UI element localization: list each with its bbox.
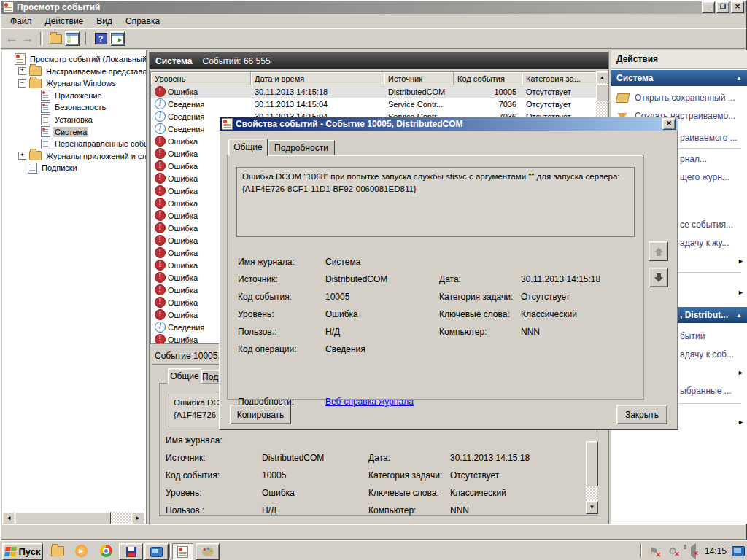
collapse-icon[interactable]: ▲ — [736, 312, 742, 319]
preview-field-label: Ключевые слова: — [368, 487, 439, 499]
tree-item-label: Перенаправленные событ — [53, 139, 146, 149]
event-level-text: Ошибка — [168, 224, 198, 233]
info-level-icon: i — [155, 123, 166, 134]
restore-button[interactable]: ❐ — [716, 1, 729, 13]
action-item[interactable]: Открыть сохраненный ... — [611, 90, 744, 105]
error-level-icon: ! — [155, 173, 166, 184]
menu-1[interactable]: Действие — [39, 15, 90, 28]
folder-icon — [29, 151, 42, 160]
tree-expander-icon[interactable]: + — [18, 67, 26, 75]
collapse-icon[interactable]: ▲ — [736, 75, 742, 82]
export-log-icon[interactable] — [49, 32, 62, 45]
column-header[interactable]: Дата и время — [251, 72, 384, 85]
tray-flag-alert-icon[interactable]: ⚑✕ — [646, 543, 661, 559]
log-icon — [41, 102, 50, 113]
tree-expander-icon[interactable]: + — [18, 152, 26, 160]
tree-item[interactable]: Приложение — [31, 90, 104, 101]
column-header[interactable]: Категория за... — [522, 72, 597, 85]
event-source-cell: Service Contr... — [384, 100, 454, 109]
menu-3[interactable]: Справка — [119, 15, 166, 28]
events-header-bar: Система Событий: 66 555 — [150, 52, 608, 69]
folder-icon — [29, 66, 42, 76]
event-log-online-help-link[interactable]: Веб-справка журнала — [325, 396, 414, 408]
tree-item[interactable]: Подписки — [18, 162, 79, 174]
dialog-tab-general[interactable]: Общие — [228, 139, 268, 156]
explorer-icon[interactable] — [50, 543, 66, 559]
help-icon[interactable]: ? — [94, 32, 107, 45]
preview-scroll-down-icon[interactable]: ▼ — [586, 501, 598, 514]
preview-scroll-thumb[interactable] — [586, 441, 598, 486]
info-level-icon: i — [155, 111, 166, 122]
tree-item[interactable]: +Журналы приложений и служ — [18, 150, 146, 162]
menu-2[interactable]: Вид — [90, 15, 119, 28]
dialog-field-label: Код операции: — [238, 343, 297, 355]
chrome-icon[interactable] — [98, 543, 114, 559]
tree-item[interactable]: Установка — [31, 114, 94, 125]
taskbar: Пуск ▶ ⚑✕ ⚙✕ ✕ 14:15 — [0, 540, 747, 560]
tree-horizontal-scrollbar[interactable]: ◄ ► — [2, 512, 144, 524]
action-item-label: ыбранные ... — [680, 386, 732, 396]
tree-item[interactable]: Перенаправленные событ — [31, 138, 146, 149]
event-row[interactable]: iСведения30.11.2013 14:15:04Service Cont… — [151, 98, 597, 110]
preview-tab-general[interactable]: Общие — [168, 368, 201, 384]
preview-field-label: Пользов.: — [166, 505, 204, 516]
preview-field-label: Источник: — [166, 452, 206, 464]
dialog-titlebar[interactable]: Свойства событий - Событие 10005, Distri… — [220, 117, 678, 131]
forward-icon[interactable]: → — [21, 32, 34, 45]
dialog-title: Свойства событий - Событие 10005, Distri… — [236, 119, 463, 129]
column-header[interactable]: Код события — [454, 72, 522, 85]
paint-app-button[interactable] — [196, 543, 220, 560]
floppy-app-button[interactable] — [119, 543, 143, 560]
tray-maintenance-alert-icon[interactable]: ⚙✕ — [665, 543, 680, 559]
error-level-icon: ! — [155, 136, 166, 147]
scroll-right-icon[interactable]: ► — [131, 512, 144, 524]
tree-scroll-thumb[interactable] — [15, 512, 111, 524]
column-header[interactable]: Уровень — [151, 72, 251, 85]
action-section-header[interactable]: Система▲ — [611, 70, 747, 86]
submenu-arrow-icon: ► — [738, 369, 744, 376]
close-dialog-button[interactable]: Закрыть — [616, 405, 667, 424]
copy-button[interactable]: Копировать — [230, 405, 291, 424]
tree-expander-icon[interactable]: − — [18, 79, 26, 88]
info-level-icon: i — [155, 98, 166, 109]
error-level-icon: ! — [155, 260, 166, 271]
blue-app-button[interactable] — [144, 543, 169, 560]
close-button[interactable]: ✕ — [731, 1, 744, 13]
dialog-close-icon[interactable]: ✕ — [662, 118, 676, 130]
column-header[interactable]: Источник — [384, 72, 454, 85]
tree-item[interactable]: Просмотр событий (Локальный) — [5, 53, 146, 65]
log-icon — [41, 139, 50, 149]
previous-event-button[interactable] — [649, 241, 668, 261]
tree-item[interactable]: Безопасность — [31, 101, 107, 113]
tree-item[interactable]: +Настраиваемые представления — [18, 66, 146, 77]
action-item-label: адачу к соб... — [680, 349, 734, 359]
tree-item-label: Установка — [53, 114, 94, 125]
minimize-button[interactable]: _ — [702, 1, 715, 13]
preview-vertical-scrollbar[interactable]: ▼ — [586, 441, 597, 514]
event-viewer-app-icon — [3, 1, 14, 13]
events-scroll-thumb[interactable] — [596, 84, 608, 101]
show-console-tree-icon[interactable] — [65, 31, 80, 46]
menu-0[interactable]: Файл — [4, 15, 39, 28]
media-player-icon[interactable]: ▶ — [73, 543, 89, 559]
log-icon — [41, 114, 50, 125]
event-row[interactable]: !Ошибка30.11.2013 14:15:18DistributedCOM… — [151, 85, 597, 98]
back-icon[interactable]: ← — [5, 32, 18, 45]
tree-item[interactable]: Система — [31, 126, 88, 138]
error-level-icon: ! — [155, 297, 166, 308]
next-event-button[interactable] — [649, 268, 668, 287]
tray-clock[interactable]: 14:15 — [702, 543, 729, 559]
dialog-tab-details[interactable]: Подробности — [268, 140, 335, 156]
tree-item[interactable]: −Журналы Windows — [18, 77, 117, 89]
event-level-text: Ошибка — [168, 249, 198, 257]
event-viewer-task-button[interactable] — [172, 543, 193, 560]
window-titlebar[interactable]: Просмотр событий _ ❐ ✕ — [1, 1, 746, 14]
show-action-pane-icon[interactable] — [110, 31, 125, 46]
error-level-icon: ! — [155, 198, 166, 209]
tray-volume-muted-icon[interactable]: ✕ — [686, 543, 700, 559]
show-desktop-icon[interactable] — [731, 543, 746, 559]
status-bar — [2, 524, 745, 538]
start-button[interactable]: Пуск — [2, 543, 43, 560]
error-level-icon: ! — [155, 210, 166, 221]
action-section-title: , Distribut... — [680, 310, 728, 320]
